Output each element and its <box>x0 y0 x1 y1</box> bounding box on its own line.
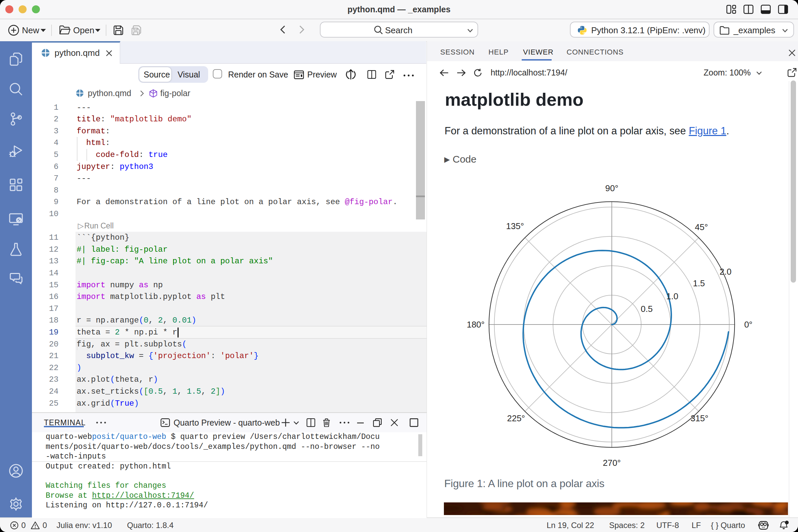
svg-text:180°: 180° <box>467 320 485 329</box>
svg-text:225°: 225° <box>507 413 525 423</box>
svg-text:2.0: 2.0 <box>720 267 732 277</box>
svg-text:315°: 315° <box>690 413 708 423</box>
svg-text:0°: 0° <box>744 320 753 329</box>
svg-text:135°: 135° <box>506 221 524 231</box>
svg-text:45°: 45° <box>695 222 708 232</box>
svg-text:1.5: 1.5 <box>693 278 705 288</box>
svg-text:90°: 90° <box>605 183 618 193</box>
svg-text:0.5: 0.5 <box>641 304 653 314</box>
svg-text:1.0: 1.0 <box>666 291 678 301</box>
svg-text:270°: 270° <box>603 458 621 468</box>
